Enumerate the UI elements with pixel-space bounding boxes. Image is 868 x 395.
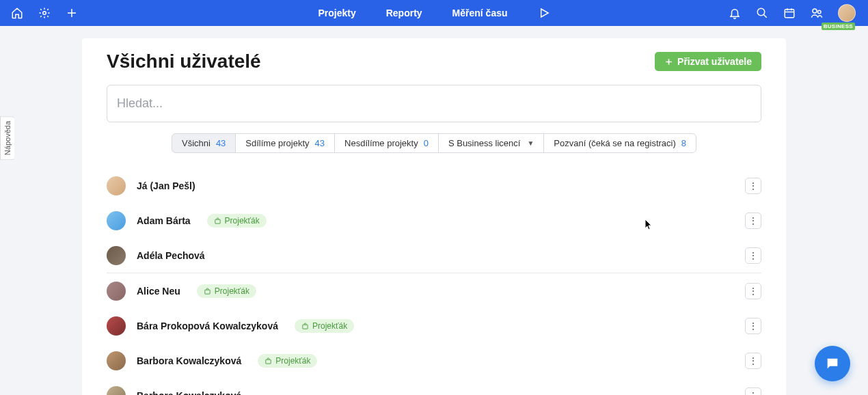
more-options-button[interactable]: ⋮ — [745, 353, 761, 369]
top-navbar: Projekty Reporty Měření času BUSINESS — [0, 0, 868, 26]
topbar-right-icons: BUSINESS — [729, 4, 860, 22]
project-badge: Projekťák — [295, 319, 354, 333]
topbar-left-icons — [8, 7, 78, 19]
invite-users-button[interactable]: Přizvat uživatele — [655, 52, 761, 71]
user-row[interactable]: Adéla Pechová⋮ — [107, 238, 761, 273]
home-icon[interactable] — [11, 7, 23, 19]
user-row[interactable]: Já (Jan Pešl)⋮ — [107, 168, 761, 203]
more-options-button[interactable]: ⋮ — [745, 387, 761, 395]
tab-count: 8 — [681, 138, 686, 148]
page-header: Všichni uživatelé Přizvat uživatele — [107, 51, 761, 72]
tab-label: Pozvaní (čeká se na registraci) — [554, 138, 675, 148]
svg-rect-8 — [303, 325, 308, 329]
more-options-button[interactable]: ⋮ — [745, 283, 761, 299]
avatar — [107, 211, 126, 230]
avatar — [107, 246, 126, 265]
tab-label: Sdílíme projekty — [245, 138, 309, 148]
filter-tab-1[interactable]: Sdílíme projekty43 — [235, 133, 335, 153]
tab-count: 0 — [424, 138, 429, 148]
play-icon[interactable] — [538, 7, 550, 19]
help-side-tab[interactable]: Nápověda — [0, 116, 14, 160]
filter-tab-2[interactable]: Nesdílíme projekty0 — [334, 133, 439, 153]
svg-rect-6 — [215, 219, 219, 223]
main-content-card: Všichni uživatelé Přizvat uživatele Všic… — [82, 38, 786, 395]
user-row[interactable]: Barbora Kowalczyková⋮ — [107, 378, 761, 395]
more-options-button[interactable]: ⋮ — [745, 247, 761, 264]
user-name: Adam Bárta — [137, 215, 191, 226]
svg-point-0 — [43, 12, 46, 15]
filter-tab-3[interactable]: S Business licencí▼ — [438, 133, 544, 153]
svg-marker-1 — [541, 9, 549, 17]
svg-rect-7 — [205, 290, 210, 294]
user-name: Alice Neu — [137, 286, 180, 297]
svg-rect-3 — [785, 10, 794, 18]
project-badge: Projekťák — [197, 284, 256, 298]
avatar — [107, 316, 126, 336]
filter-tab-4[interactable]: Pozvaní (čeká se na registraci)8 — [543, 133, 696, 153]
tab-label: Všichni — [182, 138, 211, 148]
project-badge: Projekťák — [258, 354, 317, 368]
main-nav-tabs: Projekty Reporty Měření času — [318, 7, 550, 19]
filter-tabs: Všichni43Sdílíme projekty43Nesdílíme pro… — [107, 133, 761, 153]
bell-icon[interactable] — [729, 7, 741, 19]
user-name: Bára Prokopová Kowalczyková — [137, 321, 278, 331]
search-icon[interactable] — [756, 7, 768, 19]
user-avatar[interactable]: BUSINESS — [838, 4, 856, 22]
chat-fab[interactable] — [815, 346, 850, 381]
user-name: Barbora Kowalczyková — [137, 390, 241, 395]
avatar — [107, 176, 126, 195]
user-row[interactable]: Alice NeuProjekťák⋮ — [107, 273, 761, 308]
avatar — [107, 386, 126, 395]
user-row[interactable]: Bára Prokopová KowalczykováProjekťák⋮ — [107, 308, 761, 343]
svg-point-4 — [813, 9, 817, 13]
more-options-button[interactable]: ⋮ — [745, 213, 761, 229]
user-row[interactable]: Adam BártaProjekťák⋮ — [107, 203, 761, 238]
gear-icon[interactable] — [38, 7, 51, 19]
tab-count: 43 — [216, 138, 226, 148]
svg-point-5 — [818, 10, 822, 14]
nav-projekty[interactable]: Projekty — [318, 8, 355, 18]
tab-label: Nesdílíme projekty — [344, 138, 418, 148]
user-name: Adéla Pechová — [137, 250, 205, 261]
user-name: Já (Jan Pešl) — [137, 180, 195, 191]
svg-point-2 — [757, 8, 765, 16]
calendar-icon[interactable] — [783, 7, 796, 19]
user-list: Já (Jan Pešl)⋮Adam BártaProjekťák⋮Adéla … — [107, 168, 761, 395]
business-badge: BUSINESS — [822, 23, 855, 30]
filter-tab-0[interactable]: Všichni43 — [172, 133, 236, 153]
tab-count: 43 — [315, 138, 325, 148]
tab-label: S Business licencí — [448, 138, 521, 148]
avatar — [107, 282, 126, 301]
search-input[interactable] — [107, 85, 761, 122]
plus-icon[interactable] — [66, 7, 78, 19]
more-options-button[interactable]: ⋮ — [745, 318, 761, 334]
nav-reporty[interactable]: Reporty — [386, 8, 422, 18]
users-icon[interactable] — [811, 7, 823, 19]
project-badge: Projekťák — [207, 214, 267, 228]
svg-rect-9 — [266, 359, 271, 364]
invite-label: Přizvat uživatele — [677, 56, 752, 67]
chevron-down-icon: ▼ — [527, 139, 534, 147]
user-row[interactable]: Barbora KowalczykováProjekťák⋮ — [107, 343, 761, 378]
user-name: Barbora Kowalczyková — [137, 355, 241, 366]
more-options-button[interactable]: ⋮ — [745, 178, 761, 194]
avatar — [107, 351, 126, 370]
nav-mereni-casu[interactable]: Měření času — [452, 8, 508, 18]
page-title: Všichni uživatelé — [107, 51, 261, 72]
